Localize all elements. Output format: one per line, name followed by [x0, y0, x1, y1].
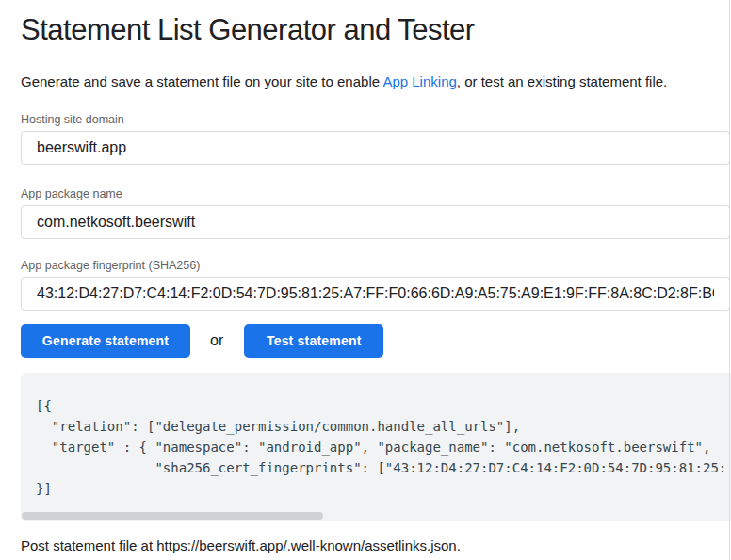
intro-text-after-link: , or test an existing statement file.	[457, 73, 667, 89]
app-package-fingerprint-label: App package fingerprint (SHA256)	[21, 259, 731, 273]
viewport-right-border	[729, 0, 730, 560]
statement-code-block: [{ "relation": ["delegate_permission/com…	[21, 373, 731, 521]
horizontal-scrollbar-thumb[interactable]	[22, 512, 323, 520]
app-package-name-input[interactable]	[21, 205, 730, 239]
page-title: Statement List Generator and Tester	[21, 0, 731, 48]
test-statement-button[interactable]: Test statement	[244, 324, 383, 358]
hosting-site-domain-input[interactable]	[21, 131, 730, 165]
page-container: Statement List Generator and Tester Gene…	[0, 0, 731, 554]
or-separator-label: or	[210, 332, 223, 349]
generate-statement-button[interactable]: Generate statement	[21, 324, 190, 358]
post-statement-instruction: Post statement file at https://beerswift…	[21, 537, 731, 554]
app-package-name-label: App package name	[21, 187, 731, 201]
button-row: Generate statement or Test statement	[21, 324, 731, 358]
app-linking-link[interactable]: App Linking	[382, 73, 456, 89]
app-package-fingerprint-input[interactable]	[21, 277, 730, 311]
intro-text: Generate and save a statement file on yo…	[21, 73, 731, 90]
intro-text-before-link: Generate and save a statement file on yo…	[21, 73, 382, 89]
hosting-site-domain-label: Hosting site domain	[21, 113, 731, 127]
statement-json-code: [{ "relation": ["delegate_permission/com…	[36, 395, 731, 499]
